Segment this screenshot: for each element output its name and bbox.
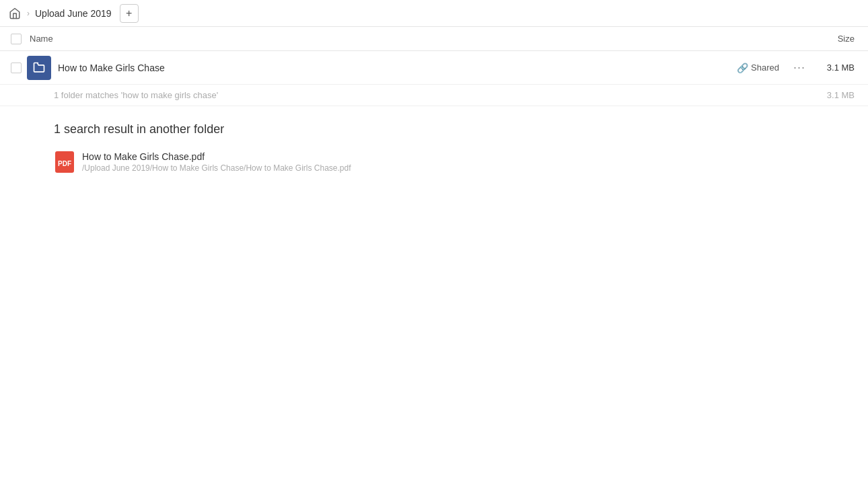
svg-text:PDF: PDF [58,160,71,167]
summary-size: 3.1 MB [827,90,863,100]
folder-row[interactable]: How to Make Girls Chase 🔗 Shared ··· 3.1… [0,51,868,85]
checkbox-header[interactable] [11,34,22,44]
file-info: How to Make Girls Chase.pdf /Upload June… [82,151,351,173]
file-name: How to Make Girls Chase.pdf [82,151,351,162]
breadcrumb-chevron: › [27,9,30,18]
header-bar: › Upload June 2019 + [0,0,868,27]
file-result-row[interactable]: PDF How to Make Girls Chase.pdf /Upload … [0,147,868,177]
add-button[interactable]: + [120,4,139,23]
summary-row: 1 folder matches 'how to make girls chas… [0,85,868,106]
checkbox-folder[interactable] [11,63,22,73]
breadcrumb-folder-label: Upload June 2019 [32,8,114,19]
pdf-icon: PDF [54,151,75,173]
name-column-header: Name [27,34,809,44]
main-content: How to Make Girls Chase 🔗 Shared ··· 3.1… [0,51,868,177]
column-headers: Name Size [0,27,868,51]
folder-name: How to Make Girls Chase [58,63,737,73]
select-all-checkbox[interactable] [5,34,27,44]
file-path: /Upload June 2019/How to Make Girls Chas… [82,163,351,173]
folder-icon [27,56,51,80]
shared-status: 🔗 Shared [737,63,779,73]
shared-label: Shared [751,63,779,73]
link-icon: 🔗 [737,63,748,73]
folder-size: 3.1 MB [809,63,863,73]
other-results-heading: 1 search result in another folder [0,106,868,147]
size-column-header: Size [809,34,863,44]
home-button[interactable] [5,4,24,23]
more-options-button[interactable]: ··· [790,58,809,77]
folder-checkbox[interactable] [5,63,27,73]
summary-text-label: 1 folder matches 'how to make girls chas… [54,90,218,100]
